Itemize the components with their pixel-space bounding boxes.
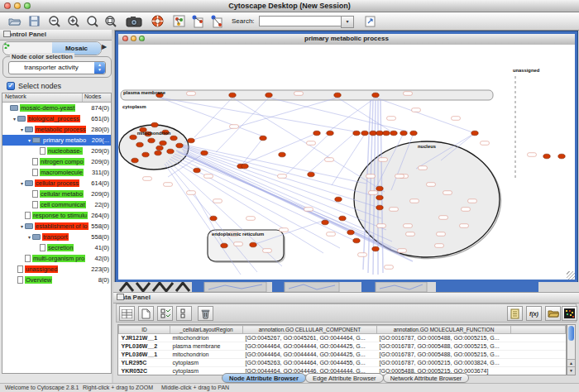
- table-cell[interactable]: [511, 359, 566, 367]
- table-column-header[interactable]: [511, 326, 566, 334]
- network-node[interactable]: [400, 131, 407, 136]
- select-nodes-checkbox[interactable]: ✓: [7, 82, 15, 90]
- expand-arrow-icon[interactable]: ▾: [26, 137, 32, 143]
- network-node[interactable]: [260, 136, 266, 141]
- table-column-header[interactable]: _cellularLayoutRegion: [170, 326, 243, 334]
- network-node[interactable]: [136, 142, 143, 147]
- table-cell[interactable]: YJR121W__1: [119, 334, 170, 342]
- table-row[interactable]: YPL036W__2plasma membrane[GO:0044464, GO…: [119, 342, 566, 351]
- network-node[interactable]: [558, 154, 565, 159]
- tree-row[interactable]: Overview8(0): [2, 275, 111, 285]
- tree-row[interactable]: ▾cellular process614(0): [2, 178, 111, 189]
- network-node[interactable]: [176, 143, 183, 148]
- tree-row[interactable]: ▾primary metabo209(...: [2, 135, 111, 146]
- network-node[interactable]: [210, 216, 217, 221]
- network-node[interactable]: [383, 131, 390, 136]
- search-dropdown-icon[interactable]: ▾: [341, 16, 354, 28]
- select-attributes-icon[interactable]: [157, 306, 173, 321]
- table-row[interactable]: YLR295Ccytoplasm[GO:0045263, GO:0044464,…: [119, 359, 566, 367]
- table-cell[interactable]: [511, 334, 566, 342]
- scrollbar-thumb[interactable]: [568, 326, 574, 341]
- heatmap-icon[interactable]: [562, 306, 577, 321]
- node-color-select[interactable]: transporter activity ▲▼: [8, 61, 106, 74]
- float-panel-icon[interactable]: [3, 31, 11, 37]
- network-node[interactable]: [376, 186, 383, 191]
- network-node[interactable]: [151, 122, 158, 127]
- select-all-attributes-icon[interactable]: [119, 306, 135, 321]
- network-node[interactable]: [142, 152, 149, 157]
- network-node[interactable]: [194, 168, 200, 173]
- new-attribute-icon[interactable]: [138, 306, 154, 321]
- network-node[interactable]: [221, 243, 227, 248]
- table-cell[interactable]: [511, 375, 566, 376]
- tree-row[interactable]: mosaic-demo-yeast874(0): [2, 103, 111, 113]
- table-row[interactable]: YPL036W__1mitochondrion[GO:0044464, GO:0…: [119, 351, 566, 359]
- network-node[interactable]: [390, 131, 397, 136]
- help-icon[interactable]: [149, 14, 165, 28]
- network-node[interactable]: [347, 230, 354, 235]
- table-cell[interactable]: [GO:0016787, GO:0005488, GO:0005215, G..…: [377, 342, 511, 351]
- vizmapper-icon[interactable]: [189, 14, 206, 28]
- table-cell[interactable]: [GO:0045263, GO:0044464, GO:0044455, G..…: [243, 359, 377, 367]
- network-node[interactable]: [327, 131, 333, 136]
- tab-edge-attribute-browser[interactable]: Edge Attribute Browser: [305, 373, 384, 383]
- table-cell[interactable]: cytoplasm: [170, 359, 243, 367]
- tree-row[interactable]: nitrogen compo209(0): [2, 156, 111, 167]
- network-node[interactable]: [266, 93, 272, 98]
- table-column-header[interactable]: annotation.GO MOLECULAR_FUNCTION: [377, 326, 511, 334]
- network-node[interactable]: [148, 138, 155, 143]
- table-cell[interactable]: YPL036W__1: [119, 351, 170, 359]
- tree-row[interactable]: ▾transport558(0): [2, 232, 111, 242]
- network-node[interactable]: [130, 135, 136, 140]
- network-node[interactable]: [160, 141, 166, 146]
- table-column-header[interactable]: annotation.GO CELLULAR_COMPONENT: [243, 326, 377, 334]
- tree-row[interactable]: ▾metabolic process280(0): [2, 124, 111, 135]
- tree-row[interactable]: unassigned223(0): [2, 264, 111, 275]
- save-icon[interactable]: [26, 14, 42, 28]
- tree-row[interactable]: ▾biological_process651(0): [2, 113, 111, 124]
- network-node[interactable]: [170, 136, 177, 141]
- expand-arrow-icon[interactable]: ▾: [19, 223, 25, 229]
- network-node[interactable]: [167, 149, 174, 154]
- network-node[interactable]: [313, 131, 320, 136]
- table-cell[interactable]: [GO:0045267, GO:0045261, GO:0044464, G..…: [243, 334, 377, 342]
- network-node[interactable]: [201, 151, 208, 155]
- network-node[interactable]: [339, 216, 346, 221]
- expand-arrow-icon[interactable]: ▾: [19, 127, 25, 132]
- table-scrollbar[interactable]: ▲ ▼: [567, 324, 576, 375]
- network-window-titlebar[interactable]: primary metabolic process: [118, 34, 575, 45]
- tree-header-nodes[interactable]: Nodes: [83, 93, 111, 102]
- network-canvas[interactable]: plasma membranecytoplasmmitochondrionnuc…: [118, 45, 575, 280]
- table-cell[interactable]: [511, 367, 566, 375]
- network-node[interactable]: [242, 164, 248, 169]
- table-cell[interactable]: [GO:0044464, GO:0044444, GO:0044425, G..…: [243, 351, 377, 359]
- network-node[interactable]: [376, 205, 383, 210]
- resize-grip-icon[interactable]: [567, 271, 575, 280]
- table-column-header[interactable]: ID: [119, 326, 170, 334]
- tree-row[interactable]: cellular metabo209(0): [2, 189, 111, 199]
- tree-row[interactable]: cell communicat22(0): [2, 199, 111, 210]
- table-cell[interactable]: [GO:0016787, GO:0005215, GO:0003824, G..…: [377, 359, 511, 367]
- network-node[interactable]: [334, 93, 341, 98]
- table-cell[interactable]: [GO:0016787, GO:0005488, GO:0005215, G..…: [377, 351, 511, 359]
- import-attributes-icon[interactable]: [545, 306, 561, 321]
- network-node[interactable]: [376, 195, 383, 200]
- tree-row[interactable]: multi-organism pro42(0): [2, 253, 111, 264]
- network-node[interactable]: [353, 238, 360, 243]
- network-node[interactable]: [361, 131, 368, 136]
- delete-attribute-icon[interactable]: [198, 306, 213, 321]
- zoom-fit-icon[interactable]: [84, 14, 101, 28]
- tab-network-attribute-browser[interactable]: Network Attribute Browser: [383, 373, 470, 383]
- table-cell[interactable]: mitochondrion: [170, 334, 243, 342]
- table-cell[interactable]: plasma membrane: [170, 342, 243, 351]
- network-node[interactable]: [376, 131, 383, 136]
- attribute-editor-icon[interactable]: [507, 306, 523, 321]
- tree-header-network[interactable]: Network: [2, 93, 83, 102]
- network-node[interactable]: [372, 93, 379, 98]
- network-node[interactable]: [410, 131, 417, 136]
- table-cell[interactable]: [511, 351, 566, 359]
- layout-icon[interactable]: [208, 14, 225, 28]
- network-node[interactable]: [543, 154, 550, 159]
- zoom-in-icon[interactable]: [65, 14, 82, 28]
- tree-row[interactable]: response to stimulu264(0): [2, 210, 111, 221]
